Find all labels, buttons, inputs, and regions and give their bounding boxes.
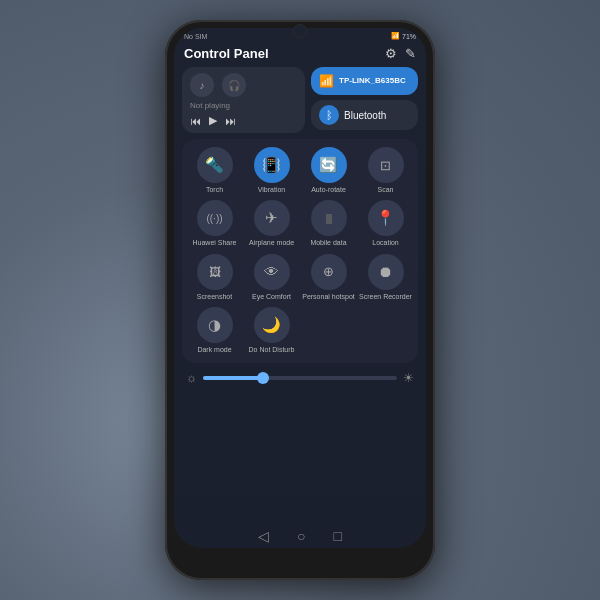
- auto-rotate-icon[interactable]: 🔄: [311, 147, 347, 183]
- screen-recorder-label: Screen Recorder: [359, 293, 412, 301]
- hotspot-label: Personal hotspot: [302, 293, 355, 301]
- play-button[interactable]: ▶: [209, 114, 217, 127]
- eye-comfort-label: Eye Comfort: [252, 293, 291, 301]
- screen-recorder-icon[interactable]: ⏺: [368, 254, 404, 290]
- tile-huawei-share[interactable]: ((·)) Huawei Share: [188, 200, 241, 247]
- screenshot-icon[interactable]: 🖼: [197, 254, 233, 290]
- tile-scan[interactable]: ⊡ Scan: [359, 147, 412, 194]
- do-not-disturb-icon[interactable]: 🌙: [254, 307, 290, 343]
- airplane-label: Airplane mode: [249, 239, 294, 247]
- do-not-disturb-label: Do Not Disturb: [249, 346, 295, 354]
- back-button[interactable]: ◁: [258, 528, 269, 544]
- tiles-grid: 🔦 Torch 📳 Vibration 🔄 Auto-rotate: [188, 147, 412, 355]
- bluetooth-card[interactable]: ᛒ Bluetooth: [311, 100, 418, 130]
- dark-mode-label: Dark mode: [197, 346, 231, 354]
- huawei-share-label: Huawei Share: [193, 239, 237, 247]
- screenshot-label: Screenshot: [197, 293, 232, 301]
- tile-dark-mode[interactable]: ◑ Dark mode: [188, 307, 241, 354]
- mobile-data-label: Mobile data: [310, 239, 346, 247]
- hotspot-icon[interactable]: ⊕: [311, 254, 347, 290]
- media-card: ♪ 🎧 Not playing ⏮ ▶ ⏭: [182, 67, 305, 133]
- headset-icon: 🎧: [222, 73, 246, 97]
- auto-rotate-label: Auto-rotate: [311, 186, 346, 194]
- airplane-icon[interactable]: ✈: [254, 200, 290, 236]
- battery-label: 71%: [402, 33, 416, 40]
- media-status: Not playing: [190, 101, 297, 110]
- tile-auto-rotate[interactable]: 🔄 Auto-rotate: [302, 147, 355, 194]
- header-actions: ⚙ ✎: [385, 46, 416, 61]
- phone-screen: No SIM 📶 71% Control Panel ⚙ ✎: [174, 28, 426, 548]
- huawei-share-icon[interactable]: ((·)): [197, 200, 233, 236]
- recents-button[interactable]: □: [334, 528, 342, 544]
- vibration-icon[interactable]: 📳: [254, 147, 290, 183]
- tile-vibration[interactable]: 📳 Vibration: [245, 147, 298, 194]
- tile-personal-hotspot[interactable]: ⊕ Personal hotspot: [302, 254, 355, 301]
- brightness-fill: [203, 376, 261, 380]
- control-panel: Control Panel ⚙ ✎ ♪ 🎧 Not playing ⏮: [174, 42, 426, 522]
- brightness-thumb[interactable]: [257, 372, 269, 384]
- wifi-card[interactable]: 📶 TP-LINK_B635BC: [311, 67, 418, 95]
- tile-eye-comfort[interactable]: 👁 Eye Comfort: [245, 254, 298, 301]
- carrier-label: No SIM: [184, 33, 207, 40]
- brightness-max-icon: ☀: [403, 371, 414, 385]
- scan-icon[interactable]: ⊡: [368, 147, 404, 183]
- control-panel-header: Control Panel ⚙ ✎: [182, 46, 418, 61]
- location-icon[interactable]: 📍: [368, 200, 404, 236]
- brightness-min-icon: ☼: [186, 371, 197, 385]
- status-icons: 📶 71%: [391, 32, 416, 40]
- control-panel-title: Control Panel: [184, 46, 269, 61]
- bluetooth-label: Bluetooth: [344, 110, 386, 121]
- dark-mode-icon[interactable]: ◑: [197, 307, 233, 343]
- right-cards: 📶 TP-LINK_B635BC ᛒ Bluetooth: [311, 67, 418, 133]
- tile-location[interactable]: 📍 Location: [359, 200, 412, 247]
- camera-notch: [293, 24, 307, 38]
- tile-airplane-mode[interactable]: ✈ Airplane mode: [245, 200, 298, 247]
- settings-icon[interactable]: ⚙: [385, 46, 397, 61]
- edit-icon[interactable]: ✎: [405, 46, 416, 61]
- signal-icon: 📶: [391, 32, 400, 40]
- mobile-data-icon[interactable]: |||: [311, 200, 347, 236]
- tile-do-not-disturb[interactable]: 🌙 Do Not Disturb: [245, 307, 298, 354]
- home-button[interactable]: ○: [297, 528, 305, 544]
- brightness-row: ☼ ☀: [182, 369, 418, 387]
- bluetooth-icon: ᛒ: [319, 105, 339, 125]
- tile-torch[interactable]: 🔦 Torch: [188, 147, 241, 194]
- wifi-info: TP-LINK_B635BC: [339, 77, 406, 86]
- torch-label: Torch: [206, 186, 223, 194]
- torch-icon[interactable]: 🔦: [197, 147, 233, 183]
- music-icon: ♪: [190, 73, 214, 97]
- nav-bar: ◁ ○ □: [174, 522, 426, 548]
- brightness-slider[interactable]: [203, 376, 397, 380]
- media-top: ♪ 🎧: [190, 73, 297, 97]
- tile-screenshot[interactable]: 🖼 Screenshot: [188, 254, 241, 301]
- wifi-ssid: TP-LINK_B635BC: [339, 77, 406, 86]
- prev-button[interactable]: ⏮: [190, 115, 201, 127]
- tile-mobile-data[interactable]: ||| Mobile data: [302, 200, 355, 247]
- quick-tiles: 🔦 Torch 📳 Vibration 🔄 Auto-rotate: [182, 139, 418, 363]
- top-row: ♪ 🎧 Not playing ⏮ ▶ ⏭ 📶: [182, 67, 418, 133]
- phone-device: No SIM 📶 71% Control Panel ⚙ ✎: [165, 20, 435, 580]
- eye-comfort-icon[interactable]: 👁: [254, 254, 290, 290]
- media-controls: ⏮ ▶ ⏭: [190, 114, 297, 127]
- vibration-label: Vibration: [258, 186, 286, 194]
- wifi-icon: 📶: [319, 74, 334, 88]
- next-button[interactable]: ⏭: [225, 115, 236, 127]
- tile-screen-recorder[interactable]: ⏺ Screen Recorder: [359, 254, 412, 301]
- location-label: Location: [372, 239, 398, 247]
- scan-label: Scan: [378, 186, 394, 194]
